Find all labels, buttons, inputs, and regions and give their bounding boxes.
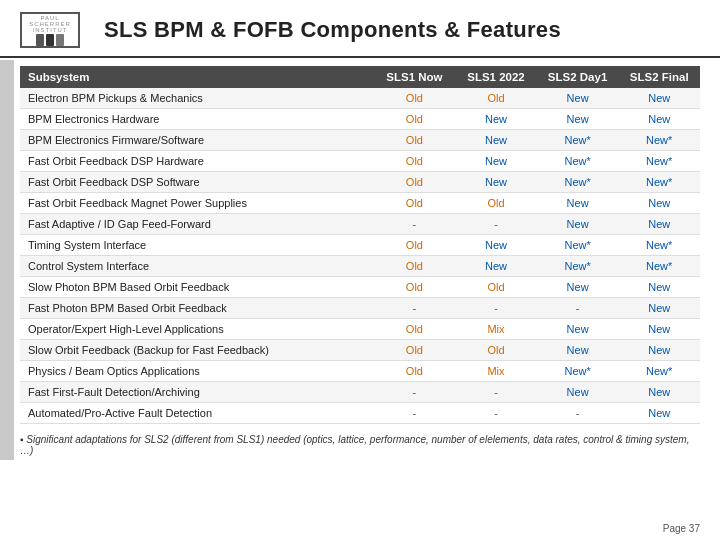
table-row: Fast Orbit Feedback Magnet Power Supplie… bbox=[20, 193, 700, 214]
table-row: Fast Orbit Feedback DSP HardwareOldNewNe… bbox=[20, 151, 700, 172]
cell-sls2-final: New bbox=[618, 403, 700, 424]
col-header-sls12022: SLS1 2022 bbox=[455, 66, 537, 88]
cell-sls1-now: Old bbox=[374, 172, 456, 193]
cell-sls1-2022: Mix bbox=[455, 361, 537, 382]
cell-sls1-now: Old bbox=[374, 193, 456, 214]
cell-sls1-2022: Old bbox=[455, 88, 537, 109]
cell-sls2-day1: - bbox=[537, 298, 619, 319]
table-row: Control System InterfaceOldNewNew*New* bbox=[20, 256, 700, 277]
cell-sls1-2022: Mix bbox=[455, 319, 537, 340]
cell-sls2-final: New bbox=[618, 340, 700, 361]
cell-sls2-final: New bbox=[618, 88, 700, 109]
table-header-row: Subsystem SLS1 Now SLS1 2022 SLS2 Day1 S… bbox=[20, 66, 700, 88]
table-row: BPM Electronics HardwareOldNewNewNew bbox=[20, 109, 700, 130]
footer-note: Significant adaptations for SLS2 (differ… bbox=[0, 428, 720, 460]
cell-sls2-day1: New bbox=[537, 277, 619, 298]
cell-sls1-2022: - bbox=[455, 298, 537, 319]
cell-sls2-day1: New* bbox=[537, 235, 619, 256]
cell-subsystem: BPM Electronics Hardware bbox=[20, 109, 374, 130]
cell-sls2-day1: New* bbox=[537, 151, 619, 172]
cell-sls1-now: - bbox=[374, 214, 456, 235]
cell-sls1-now: Old bbox=[374, 340, 456, 361]
cell-sls1-2022: - bbox=[455, 382, 537, 403]
cell-sls2-day1: New bbox=[537, 109, 619, 130]
col-header-sls1now: SLS1 Now bbox=[374, 66, 456, 88]
cell-subsystem: Operator/Expert High-Level Applications bbox=[20, 319, 374, 340]
cell-sls1-2022: New bbox=[455, 130, 537, 151]
cell-sls2-final: New* bbox=[618, 361, 700, 382]
cell-sls2-final: New bbox=[618, 214, 700, 235]
cell-sls1-now: Old bbox=[374, 151, 456, 172]
cell-sls2-final: New bbox=[618, 277, 700, 298]
cell-sls1-2022: Old bbox=[455, 277, 537, 298]
col-header-sls2day1: SLS2 Day1 bbox=[537, 66, 619, 88]
cell-subsystem: Control System Interface bbox=[20, 256, 374, 277]
table-row: Fast Photon BPM Based Orbit Feedback---N… bbox=[20, 298, 700, 319]
cell-sls1-2022: - bbox=[455, 403, 537, 424]
cell-sls2-final: New bbox=[618, 109, 700, 130]
cell-sls2-day1: New* bbox=[537, 130, 619, 151]
cell-sls1-now: - bbox=[374, 298, 456, 319]
cell-subsystem: Automated/Pro-Active Fault Detection bbox=[20, 403, 374, 424]
cell-sls1-now: Old bbox=[374, 319, 456, 340]
table-row: Timing System InterfaceOldNewNew*New* bbox=[20, 235, 700, 256]
page-header: PAUL SCHERRER INSTITUT SLS BPM & FOFB Co… bbox=[0, 0, 720, 58]
cell-subsystem: Fast Orbit Feedback DSP Hardware bbox=[20, 151, 374, 172]
cell-sls2-day1: New bbox=[537, 88, 619, 109]
cell-sls2-final: New bbox=[618, 298, 700, 319]
cell-sls1-2022: New bbox=[455, 172, 537, 193]
cell-subsystem: Fast First-Fault Detection/Archiving bbox=[20, 382, 374, 403]
cell-sls1-2022: New bbox=[455, 109, 537, 130]
cell-sls2-day1: New* bbox=[537, 256, 619, 277]
table-row: Slow Orbit Feedback (Backup for Fast Fee… bbox=[20, 340, 700, 361]
cell-subsystem: Electron BPM Pickups & Mechanics bbox=[20, 88, 374, 109]
cell-sls1-2022: Old bbox=[455, 340, 537, 361]
cell-subsystem: Fast Photon BPM Based Orbit Feedback bbox=[20, 298, 374, 319]
psi-logo: PAUL SCHERRER INSTITUT bbox=[20, 12, 80, 48]
cell-subsystem: Fast Orbit Feedback DSP Software bbox=[20, 172, 374, 193]
col-header-subsystem: Subsystem bbox=[20, 66, 374, 88]
cell-sls2-day1: New bbox=[537, 319, 619, 340]
cell-sls2-day1: New bbox=[537, 382, 619, 403]
cell-sls2-final: New* bbox=[618, 256, 700, 277]
cell-sls2-final: New* bbox=[618, 172, 700, 193]
cell-sls2-day1: New bbox=[537, 340, 619, 361]
cell-sls2-final: New bbox=[618, 193, 700, 214]
cell-subsystem: Slow Orbit Feedback (Backup for Fast Fee… bbox=[20, 340, 374, 361]
cell-sls2-day1: - bbox=[537, 403, 619, 424]
table-row: Electron BPM Pickups & MechanicsOldOldNe… bbox=[20, 88, 700, 109]
table-row: Physics / Beam Optics ApplicationsOldMix… bbox=[20, 361, 700, 382]
page-number: Page 37 bbox=[663, 523, 700, 534]
features-table: Subsystem SLS1 Now SLS1 2022 SLS2 Day1 S… bbox=[20, 66, 700, 424]
cell-sls1-now: Old bbox=[374, 361, 456, 382]
table-row: Fast Adaptive / ID Gap Feed-Forward--New… bbox=[20, 214, 700, 235]
col-header-sls2final: SLS2 Final bbox=[618, 66, 700, 88]
cell-sls1-now: Old bbox=[374, 277, 456, 298]
cell-sls2-day1: New* bbox=[537, 361, 619, 382]
table-row: Automated/Pro-Active Fault Detection---N… bbox=[20, 403, 700, 424]
cell-sls2-final: New* bbox=[618, 130, 700, 151]
psi-label: PAUL SCHERRER INSTITUT bbox=[24, 15, 76, 33]
cell-sls2-final: New bbox=[618, 319, 700, 340]
page-title: SLS BPM & FOFB Components & Features bbox=[104, 17, 561, 43]
cell-sls2-final: New* bbox=[618, 151, 700, 172]
left-decorative-strip bbox=[0, 60, 14, 460]
logo-area: PAUL SCHERRER INSTITUT bbox=[20, 12, 88, 48]
cell-subsystem: Physics / Beam Optics Applications bbox=[20, 361, 374, 382]
table-row: Fast Orbit Feedback DSP SoftwareOldNewNe… bbox=[20, 172, 700, 193]
cell-sls1-now: - bbox=[374, 403, 456, 424]
cell-subsystem: Fast Adaptive / ID Gap Feed-Forward bbox=[20, 214, 374, 235]
cell-sls1-2022: New bbox=[455, 235, 537, 256]
cell-sls1-now: Old bbox=[374, 256, 456, 277]
table-row: Operator/Expert High-Level ApplicationsO… bbox=[20, 319, 700, 340]
cell-sls1-now: Old bbox=[374, 130, 456, 151]
table-row: Slow Photon BPM Based Orbit FeedbackOldO… bbox=[20, 277, 700, 298]
cell-sls1-now: Old bbox=[374, 88, 456, 109]
cell-sls1-2022: Old bbox=[455, 193, 537, 214]
cell-sls1-now: Old bbox=[374, 235, 456, 256]
cell-sls2-final: New bbox=[618, 382, 700, 403]
cell-sls2-day1: New bbox=[537, 214, 619, 235]
table-row: Fast First-Fault Detection/Archiving--Ne… bbox=[20, 382, 700, 403]
cell-sls1-now: Old bbox=[374, 109, 456, 130]
cell-subsystem: Timing System Interface bbox=[20, 235, 374, 256]
